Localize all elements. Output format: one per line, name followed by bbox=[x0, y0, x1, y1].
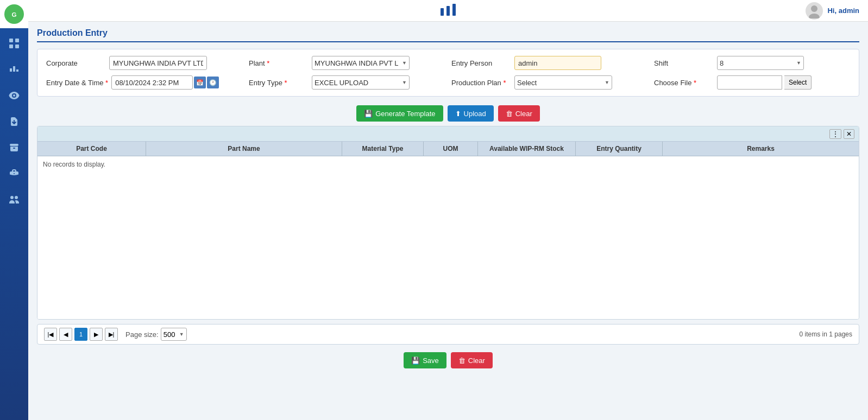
choose-file-label: Choose File * bbox=[654, 79, 714, 87]
plant-group: Plant * MYUNGHWA INDIA PVT LTD bbox=[249, 56, 445, 70]
sidebar-item-dashboard[interactable] bbox=[3, 59, 25, 80]
production-plan-group: Production Plan * Select bbox=[451, 75, 647, 90]
generate-template-button[interactable]: 💾 Generate Template bbox=[356, 105, 443, 122]
user-greeting: Hi, admin bbox=[806, 2, 859, 20]
entry-type-select-wrapper: EXCEL UPLOAD MANUAL bbox=[312, 75, 410, 90]
page-size-select-wrapper: 500 100 50 bbox=[161, 328, 187, 341]
save-icon-bottom: 💾 bbox=[411, 357, 420, 365]
grid-toolbar: ⋮ ✕ bbox=[37, 126, 859, 142]
sidebar: G bbox=[0, 0, 28, 420]
form-section: Corporate Plant * MYUNGHWA INDIA PVT LTD bbox=[37, 49, 859, 97]
datetime-wrapper: 📅 🕐 bbox=[111, 75, 219, 90]
form-row-2: Entry Date & Time * 📅 🕐 Entry Type * bbox=[46, 75, 850, 90]
shift-select-wrapper: 8 A B C bbox=[717, 56, 804, 70]
topbar-chart-icon bbox=[439, 4, 457, 17]
entry-person-input[interactable] bbox=[514, 56, 601, 70]
plant-select[interactable]: MYUNGHWA INDIA PVT LTD bbox=[312, 56, 410, 70]
page-title: Production Entry bbox=[37, 28, 859, 42]
clear-top-button[interactable]: 🗑 Clear bbox=[498, 105, 540, 122]
entry-person-group: Entry Person bbox=[451, 56, 647, 70]
production-plan-select-wrapper: Select bbox=[514, 75, 612, 90]
svg-rect-7 bbox=[446, 6, 450, 16]
page-size-label: Page size: bbox=[125, 330, 159, 339]
col-remarks: Remarks bbox=[663, 142, 859, 156]
file-input-wrapper: Select bbox=[717, 75, 812, 90]
sidebar-item-grid[interactable] bbox=[3, 33, 25, 54]
no-records-text: No records to display. bbox=[37, 156, 859, 173]
prev-page-btn[interactable]: ◀ bbox=[59, 328, 72, 341]
save-button[interactable]: 💾 Save bbox=[404, 352, 446, 368]
upload-icon: ⬆ bbox=[455, 110, 461, 118]
col-material-type: Material Type bbox=[342, 142, 424, 156]
col-part-name: Part Name bbox=[146, 142, 342, 156]
svg-rect-5 bbox=[15, 44, 19, 48]
svg-rect-2 bbox=[9, 39, 13, 42]
svg-rect-6 bbox=[441, 8, 444, 16]
page-size-select[interactable]: 500 100 50 bbox=[161, 328, 187, 341]
trash-icon-bottom: 🗑 bbox=[458, 357, 466, 365]
svg-text:G: G bbox=[11, 11, 16, 18]
col-available-stock: Available WIP-RM Stock bbox=[478, 142, 576, 156]
pagination-bar: |◀ ◀ 1 ▶ ▶| Page size: 500 100 50 0 item… bbox=[37, 324, 859, 345]
app-logo[interactable]: G bbox=[0, 0, 28, 28]
shift-select[interactable]: 8 A B C bbox=[717, 56, 804, 70]
grid-header: Part Code Part Name Material Type UOM Av… bbox=[37, 142, 859, 156]
sidebar-item-reports[interactable] bbox=[3, 111, 25, 132]
svg-rect-3 bbox=[15, 39, 19, 42]
save-icon: 💾 bbox=[364, 110, 373, 118]
production-plan-select[interactable]: Select bbox=[514, 75, 612, 90]
svg-point-9 bbox=[811, 5, 817, 12]
upload-button[interactable]: ⬆ Upload bbox=[448, 105, 494, 122]
entry-type-group: Entry Type * EXCEL UPLOAD MANUAL bbox=[249, 75, 445, 90]
clear-bottom-button[interactable]: 🗑 Clear bbox=[451, 352, 493, 368]
grid-close-btn[interactable]: ✕ bbox=[844, 129, 854, 139]
avatar bbox=[806, 2, 823, 20]
entry-type-label: Entry Type * bbox=[249, 79, 309, 87]
first-page-btn[interactable]: |◀ bbox=[44, 328, 57, 341]
grid-section: ⋮ ✕ Part Code Part Name Material Type UO… bbox=[37, 126, 859, 320]
topbar: Hi, admin bbox=[28, 0, 868, 22]
corporate-label: Corporate bbox=[46, 59, 106, 67]
file-select-button[interactable]: Select bbox=[784, 75, 812, 90]
svg-rect-8 bbox=[452, 4, 456, 16]
clock-btn[interactable]: 🕐 bbox=[207, 77, 219, 88]
pagination-left: |◀ ◀ 1 ▶ ▶| Page size: 500 100 50 bbox=[44, 328, 187, 341]
corporate-group: Corporate bbox=[46, 56, 242, 70]
svg-point-10 bbox=[809, 14, 820, 18]
last-page-btn[interactable]: ▶| bbox=[105, 328, 118, 341]
pagination-summary: 0 items in 1 pages bbox=[800, 330, 852, 338]
col-part-code: Part Code bbox=[37, 142, 146, 156]
action-buttons: 💾 Generate Template ⬆ Upload 🗑 Clear bbox=[37, 101, 859, 126]
choose-file-group: Choose File * Select bbox=[654, 75, 850, 90]
next-page-btn[interactable]: ▶ bbox=[90, 328, 103, 341]
grid-settings-btn[interactable]: ⋮ bbox=[829, 129, 841, 139]
entry-person-label: Entry Person bbox=[451, 59, 511, 67]
plant-select-wrapper: MYUNGHWA INDIA PVT LTD bbox=[312, 56, 410, 70]
calendar-btn[interactable]: 📅 bbox=[194, 77, 206, 88]
col-entry-quantity: Entry Quantity bbox=[576, 142, 663, 156]
file-text-input[interactable] bbox=[717, 75, 782, 90]
content-area: Production Entry Corporate Plant * MY bbox=[28, 22, 868, 420]
shift-group: Shift 8 A B C bbox=[654, 56, 850, 70]
svg-rect-4 bbox=[9, 44, 13, 48]
sidebar-item-settings[interactable] bbox=[3, 85, 25, 106]
sidebar-item-inventory[interactable] bbox=[3, 137, 25, 158]
production-plan-label: Production Plan * bbox=[451, 79, 511, 87]
entry-date-input[interactable] bbox=[111, 75, 193, 90]
entry-type-select[interactable]: EXCEL UPLOAD MANUAL bbox=[312, 75, 410, 90]
current-page-btn[interactable]: 1 bbox=[74, 328, 87, 341]
sidebar-item-users[interactable] bbox=[3, 189, 25, 211]
grid-body: No records to display. bbox=[37, 156, 859, 319]
bottom-buttons: 💾 Save 🗑 Clear bbox=[37, 349, 859, 372]
main-area: Hi, admin Production Entry Corporate Pla… bbox=[28, 0, 868, 420]
col-uom: UOM bbox=[424, 142, 478, 156]
entry-date-group: Entry Date & Time * 📅 🕐 bbox=[46, 75, 242, 90]
entry-date-label: Entry Date & Time * bbox=[46, 79, 108, 87]
sidebar-item-production[interactable] bbox=[3, 163, 25, 184]
plant-label: Plant * bbox=[249, 59, 309, 67]
trash-icon-top: 🗑 bbox=[506, 110, 513, 118]
form-row-1: Corporate Plant * MYUNGHWA INDIA PVT LTD bbox=[46, 56, 850, 70]
shift-label: Shift bbox=[654, 59, 714, 67]
corporate-input[interactable] bbox=[109, 56, 207, 70]
user-greeting-text: Hi, admin bbox=[827, 7, 859, 15]
